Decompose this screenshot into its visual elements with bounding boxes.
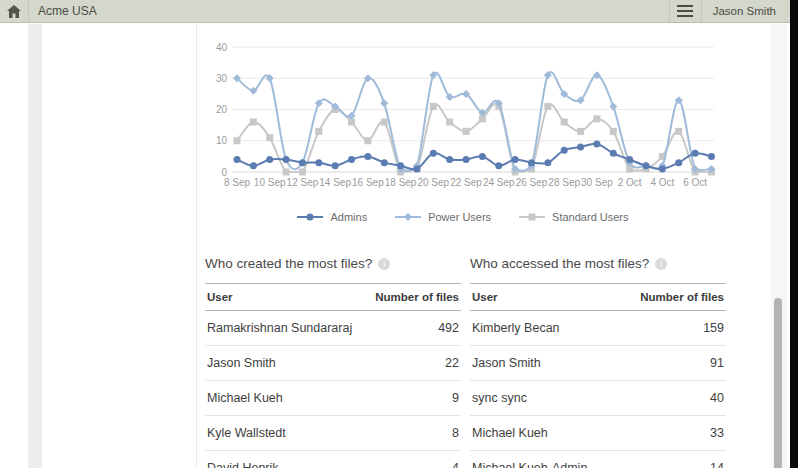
svg-text:10 Sep: 10 Sep [254,177,286,188]
user-name-cell: Jason Smith [470,346,618,381]
svg-text:4 Oct: 4 Oct [650,177,674,188]
info-icon[interactable]: i [378,258,390,270]
home-button[interactable] [0,0,29,22]
svg-text:28 Sep: 28 Sep [548,177,580,188]
svg-text:2 Oct: 2 Oct [618,177,642,188]
svg-text:20 Sep: 20 Sep [417,177,449,188]
info-icon[interactable]: i [655,258,667,270]
user-activity-chart: 0102030408 Sep10 Sep12 Sep14 Sep16 Sep18… [198,33,728,223]
legend-label: Power Users [428,211,491,223]
file-count-cell: 40 [618,381,726,416]
legend-item-standard-users[interactable]: Standard Users [519,211,628,223]
file-count-cell: 91 [618,346,726,381]
user-name-cell: David Henrik [205,451,366,468]
diamond-marker-icon [395,212,421,222]
table-title: Who created the most files? i [205,256,461,271]
data-table: UserNumber of files Kimberly Becan159Jas… [470,283,726,468]
user-name-cell: Ramakrishnan Sundararaj [205,311,366,346]
square-marker-icon [519,212,545,222]
scrollbar-thumb[interactable] [774,298,782,468]
column-header: User [470,284,618,311]
line-chart-canvas: 0102030408 Sep10 Sep12 Sep14 Sep16 Sep18… [198,33,728,195]
svg-text:30: 30 [216,73,228,84]
svg-text:14 Sep: 14 Sep [319,177,351,188]
legend-item-power-users[interactable]: Power Users [395,211,491,223]
table-row: Kimberly Becan159 [470,311,726,346]
report-tables: Who created the most files? i UserNumber… [205,256,726,468]
top-bar: Acme USA Jason Smith [0,0,790,23]
company-title: Acme USA [29,0,97,22]
svg-text:8 Sep: 8 Sep [224,177,251,188]
svg-text:18 Sep: 18 Sep [385,177,417,188]
svg-text:10: 10 [216,135,228,146]
table-row: Kyle Wallstedt8 [205,416,461,451]
table-title-text: Who created the most files? [205,256,372,271]
file-count-cell: 8 [366,416,461,451]
svg-text:26 Sep: 26 Sep [516,177,548,188]
table-row: Michael Kueh-Admin14 [470,451,726,468]
svg-text:30 Sep: 30 Sep [581,177,613,188]
left-gutter [28,24,42,468]
table-row: David Henrik4 [205,451,461,468]
user-menu[interactable]: Jason Smith [701,0,790,22]
accessed-files-table: Who accessed the most files? i UserNumbe… [470,256,726,468]
user-name-cell: Michael Kueh-Admin [470,451,618,468]
table-row: Michael Kueh9 [205,381,461,416]
file-count-cell: 14 [618,451,726,468]
user-name-cell: Kyle Wallstedt [205,416,366,451]
user-name-cell: Michael Kueh [205,381,366,416]
hamburger-icon [677,5,693,7]
file-count-cell: 22 [366,346,461,381]
table-title: Who accessed the most files? i [470,256,726,271]
legend-label: Admins [330,211,367,223]
column-header: Number of files [618,284,726,311]
user-name-cell: Jason Smith [205,346,366,381]
hamburger-menu-button[interactable] [669,0,701,22]
topbar-right: Jason Smith [669,0,790,22]
table-title-text: Who accessed the most files? [470,256,649,271]
circle-marker-icon [297,212,323,222]
svg-text:12 Sep: 12 Sep [287,177,319,188]
window-edge [790,0,798,468]
content-divider [196,24,197,468]
svg-text:24 Sep: 24 Sep [483,177,515,188]
svg-text:40: 40 [216,42,228,53]
svg-text:20: 20 [216,104,228,115]
file-count-cell: 9 [366,381,461,416]
table-row: Jason Smith91 [470,346,726,381]
legend-label: Standard Users [552,211,628,223]
table-row: sync sync40 [470,381,726,416]
vertical-scrollbar[interactable] [771,24,787,468]
user-name-cell: Kimberly Becan [470,311,618,346]
svg-text:0: 0 [221,167,227,178]
file-count-cell: 4 [366,451,461,468]
user-name-cell: sync sync [470,381,618,416]
file-count-cell: 33 [618,416,726,451]
created-files-table: Who created the most files? i UserNumber… [205,256,461,468]
data-table: UserNumber of files Ramakrishnan Sundara… [205,283,461,468]
table-row: Michael Kueh33 [470,416,726,451]
user-name-cell: Michael Kueh [470,416,618,451]
table-row: Jason Smith22 [205,346,461,381]
home-icon [7,5,21,18]
table-row: Ramakrishnan Sundararaj492 [205,311,461,346]
column-header: User [205,284,366,311]
file-count-cell: 492 [366,311,461,346]
svg-text:6 Oct: 6 Oct [683,177,707,188]
file-count-cell: 159 [618,311,726,346]
chart-legend: AdminsPower UsersStandard Users [198,211,728,223]
column-header: Number of files [366,284,461,311]
legend-item-admins[interactable]: Admins [297,211,367,223]
svg-text:22 Sep: 22 Sep [450,177,482,188]
svg-text:16 Sep: 16 Sep [352,177,384,188]
